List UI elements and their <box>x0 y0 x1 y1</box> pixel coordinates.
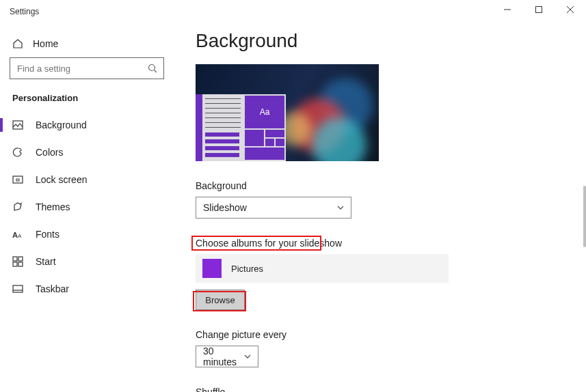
change-every-label: Change picture every <box>196 329 581 340</box>
home-label: Home <box>33 38 58 49</box>
album-item[interactable]: Pictures <box>196 254 449 283</box>
search-input[interactable] <box>10 57 164 79</box>
sidebar-item-label: Colors <box>36 147 63 158</box>
maximize-button[interactable] <box>523 0 555 19</box>
sidebar-item-colors[interactable]: Colors <box>0 139 183 166</box>
sidebar: Home Personalization Background Colors L… <box>0 27 183 392</box>
sidebar-item-start[interactable]: Start <box>0 248 183 275</box>
close-icon <box>567 6 574 13</box>
sidebar-item-label: Taskbar <box>36 283 69 294</box>
background-select-value: Slideshow <box>203 202 247 213</box>
svg-rect-14 <box>13 262 17 266</box>
chevron-down-icon <box>244 354 251 359</box>
sidebar-item-label: Lock screen <box>36 174 87 185</box>
sidebar-item-fonts[interactable]: AA Fonts <box>0 221 183 248</box>
album-name: Pictures <box>231 264 263 274</box>
picture-icon <box>12 120 23 130</box>
main-content: Background Aa Background Slideshow Choos… <box>183 27 586 392</box>
section-header: Personalization <box>0 86 183 111</box>
sidebar-item-taskbar[interactable]: Taskbar <box>0 275 183 303</box>
change-every-select[interactable]: 30 minutes <box>196 346 258 367</box>
svg-text:A: A <box>12 231 18 239</box>
home-icon <box>12 38 23 49</box>
chevron-down-icon <box>337 206 344 210</box>
themes-icon <box>12 201 23 212</box>
lock-screen-icon <box>12 174 23 185</box>
fonts-icon: AA <box>12 229 23 240</box>
svg-rect-8 <box>16 179 19 181</box>
svg-rect-1 <box>536 7 542 13</box>
album-thumbnail <box>202 259 222 278</box>
change-every-value: 30 minutes <box>203 346 239 367</box>
svg-line-9 <box>20 203 22 204</box>
taskbar-icon <box>12 283 23 294</box>
svg-point-4 <box>149 65 155 71</box>
minimize-button[interactable] <box>492 0 523 19</box>
svg-rect-12 <box>13 257 17 261</box>
preview-tile-text: Aa <box>245 96 284 128</box>
sidebar-item-label: Background <box>36 120 87 130</box>
svg-rect-7 <box>13 176 23 183</box>
shuffle-label: Shuffle <box>196 387 581 392</box>
page-title: Background <box>196 30 581 52</box>
background-select[interactable]: Slideshow <box>196 197 351 219</box>
maximize-icon <box>535 6 542 13</box>
minimize-icon <box>504 6 511 13</box>
sidebar-item-themes[interactable]: Themes <box>0 193 183 221</box>
sidebar-item-label: Start <box>36 256 56 267</box>
scrollbar[interactable] <box>583 186 586 247</box>
window-title: Settings <box>10 7 39 16</box>
background-preview: Aa <box>196 64 379 161</box>
svg-line-5 <box>155 70 157 73</box>
svg-rect-13 <box>18 257 23 261</box>
window-controls <box>492 0 586 19</box>
close-button[interactable] <box>555 0 586 19</box>
palette-icon <box>12 147 23 158</box>
home-nav[interactable]: Home <box>0 31 183 56</box>
browse-button[interactable]: Browse <box>196 290 245 310</box>
start-icon <box>12 256 23 267</box>
sidebar-item-lock-screen[interactable]: Lock screen <box>0 166 183 193</box>
svg-text:A: A <box>18 233 22 239</box>
svg-rect-16 <box>13 285 23 292</box>
search-container <box>10 57 164 79</box>
sidebar-item-label: Themes <box>36 201 70 212</box>
albums-label: Choose albums for your slideshow <box>196 238 581 249</box>
sidebar-item-label: Fonts <box>36 229 59 240</box>
search-icon <box>148 64 157 73</box>
background-label: Background <box>196 180 581 191</box>
svg-rect-15 <box>18 262 23 266</box>
sidebar-item-background[interactable]: Background <box>0 111 183 139</box>
